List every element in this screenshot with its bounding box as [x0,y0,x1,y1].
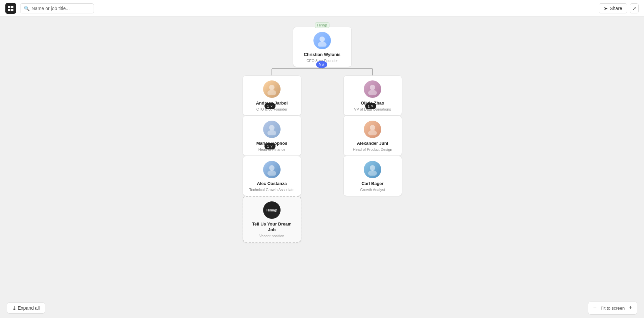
fullscreen-icon: ⤢ [632,6,636,11]
svg-point-17 [318,42,327,47]
zoom-plus-icon: + [629,305,632,312]
avatar-alexander [364,121,381,138]
svg-point-26 [269,165,275,171]
expand-chevron-christian: ∧ [322,62,325,67]
avatar-marica [263,121,281,138]
expand-chevron-olivia: ∨ [371,104,374,108]
svg-point-16 [319,37,325,42]
fullscreen-button[interactable]: ⤢ [630,3,639,13]
share-label: Share [610,6,622,11]
hiring-badge-christian: Hiring! [315,22,330,28]
expand-christian[interactable]: 9 ∧ [316,61,327,68]
logo [5,3,16,14]
share-button[interactable]: ➤ Share [599,3,627,13]
name-christian: Christian Wylonis [299,52,346,58]
search-icon: 🔍 [24,6,30,11]
expand-marica[interactable]: 1 ∨ [264,143,276,149]
header-right: ➤ Share ⤢ [599,3,639,13]
svg-rect-2 [8,9,10,11]
expand-chevron-marica: ∨ [270,144,273,148]
svg-point-22 [269,125,275,130]
svg-point-20 [370,85,375,90]
name-alec: Alec Costanza [248,181,296,187]
name-carl: Carl Bager [349,181,396,187]
svg-point-29 [368,170,377,176]
title-alec: Technical Growth Associate [248,188,296,192]
search-input[interactable] [32,6,90,11]
svg-point-28 [370,165,375,171]
node-marica[interactable]: Marica Sophos Head of Finance [243,116,301,156]
expand-chevron-andreas: ∨ [270,104,273,108]
avatar-olivia [364,80,381,98]
svg-rect-3 [11,9,13,11]
expand-count-christian: 9 [319,63,321,67]
header: 🔍 ➤ Share ⤢ [0,0,644,17]
node-christian[interactable]: Hiring! Christian Wylonis CEO & co-Found… [293,27,352,67]
zoom-out-button[interactable]: − [593,305,597,312]
node-andreas[interactable]: Andreas Jarbøl CTO & co-Founder [243,75,301,116]
svg-point-27 [267,170,276,176]
node-carl[interactable]: Carl Bager Growth Analyst [343,156,402,196]
svg-rect-1 [11,6,13,8]
node-alexander[interactable]: Alexander Juhl Head of Product Design [343,116,402,156]
avatar-vacant: Hiring! [263,201,281,219]
org-chart: Hiring! Christian Wylonis CEO & co-Found… [238,23,406,231]
logo-icon [7,5,14,12]
title-vacant: Vacant position [249,234,295,238]
expand-count-marica: 1 [267,144,269,148]
zoom-minus-icon: − [593,305,597,312]
node-olivia[interactable]: Olivia Zhao VP of Data Operations [343,75,402,116]
avatar-alec [263,161,281,178]
fit-to-screen-label: Fit to screen [601,306,625,311]
search-box[interactable]: 🔍 [20,3,94,13]
expand-count-andreas: 1 [267,104,269,108]
svg-point-18 [269,85,275,90]
org-chart-canvas: Hiring! Christian Wylonis CEO & co-Found… [0,17,644,318]
name-vacant: Tell Us Your Dream Job [249,221,295,233]
node-vacant[interactable]: Hiring! Tell Us Your Dream Job Vacant po… [243,196,301,243]
svg-point-24 [370,125,375,130]
name-alexander: Alexander Juhl [349,141,396,146]
avatar-christian [313,32,331,49]
svg-point-21 [368,90,377,95]
expand-andreas[interactable]: 1 ∨ [264,103,276,109]
node-alec[interactable]: Alec Costanza Technical Growth Associate [243,156,301,196]
expand-count-olivia: 1 [368,104,370,108]
title-carl: Growth Analyst [349,188,396,192]
zoom-controls: − Fit to screen + [588,302,637,315]
expand-olivia[interactable]: 1 ∨ [365,103,376,109]
svg-point-23 [267,130,276,135]
share-icon: ➤ [604,6,608,11]
avatar-carl [364,161,381,178]
svg-point-19 [267,90,276,95]
svg-rect-0 [8,6,10,8]
title-alexander: Head of Product Design [349,147,396,151]
avatar-andreas [263,80,281,98]
svg-point-25 [368,130,377,135]
zoom-in-button[interactable]: + [629,305,632,312]
